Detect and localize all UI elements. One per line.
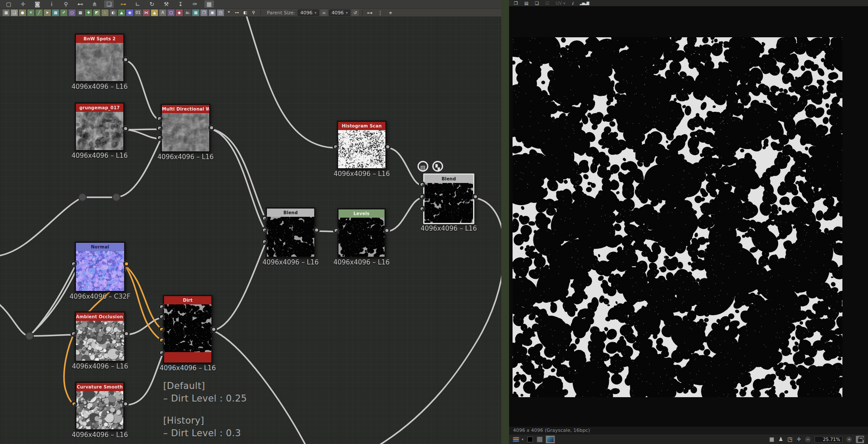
transform-node[interactable]: ▢	[168, 10, 174, 16]
pin-anchor-button[interactable]: ⌖	[387, 9, 394, 16]
input-port[interactable]	[159, 304, 164, 310]
input-port[interactable]	[71, 401, 77, 407]
pixel-processor-node[interactable]: ◉	[126, 10, 133, 16]
frame-button[interactable]: ⊶	[233, 10, 240, 16]
graph-canvas[interactable]: BnW Spots 24096x4096 – L16grungemap_0174…	[0, 0, 509, 444]
image-preview-button[interactable]	[546, 436, 554, 443]
node-bnw-spots-2[interactable]: BnW Spots 24096x4096 – L16	[75, 33, 125, 82]
layers-view-button[interactable]: ❏	[104, 0, 114, 8]
uniform-color-node[interactable]: ◆	[176, 10, 183, 16]
warp-node[interactable]: a₁	[184, 10, 191, 16]
export-button[interactable]: ↧	[176, 0, 185, 8]
color-sample-button[interactable]: ⚲	[250, 10, 257, 16]
output-port[interactable]	[123, 126, 128, 131]
tools-button[interactable]: ⚒	[161, 0, 171, 8]
node-multi-directional-warp[interactable]: Multi Directional Warp4096x4096 – L16	[161, 104, 210, 153]
doc-badge-icon[interactable]: ▤	[418, 161, 428, 172]
directional-warp-node[interactable]: ▩	[52, 10, 59, 16]
lock-zoom-button[interactable]	[856, 436, 864, 443]
elbow-link-button[interactable]: ∟	[133, 0, 142, 8]
paint-tool[interactable]: ✑	[190, 0, 200, 8]
parent-size-height-select[interactable]: 4096▾	[329, 10, 350, 16]
input-port[interactable]	[262, 227, 267, 233]
zoom-in-button[interactable]: +	[846, 437, 852, 442]
marquee-select-tool[interactable]: ▢	[4, 0, 13, 8]
graph-hierarchy-tool[interactable]: ⋔	[90, 0, 99, 8]
directional-blur-node[interactable]: ➤	[44, 10, 51, 16]
output-port[interactable]	[209, 125, 214, 131]
input-port[interactable]	[157, 125, 162, 131]
output-port[interactable]	[385, 144, 391, 150]
output-port[interactable]	[384, 228, 390, 233]
output-port[interactable]	[314, 227, 319, 233]
channels-layers-icon[interactable]	[513, 437, 520, 442]
input-port[interactable]	[333, 228, 339, 233]
input-port[interactable]	[159, 337, 164, 343]
safe-transform-node[interactable]: ▣	[209, 10, 216, 16]
input-port[interactable]	[159, 326, 164, 332]
duplicate-view-button[interactable]: ❏	[535, 0, 539, 7]
input-port[interactable]	[159, 314, 164, 320]
histogram-button[interactable]: ▂▅▃▇	[580, 0, 589, 7]
value-processor-node[interactable]: ▲	[151, 10, 158, 16]
pin-comment-button[interactable]: ◧	[242, 10, 249, 16]
svg-node[interactable]: ⋈	[143, 10, 150, 16]
crop-node[interactable]: ❐	[201, 10, 207, 16]
checker-badge-icon[interactable]: ▚	[432, 161, 443, 172]
info-dropdown[interactable]: i	[47, 0, 56, 8]
distance-node[interactable]: ✐	[60, 10, 67, 16]
mannequin-toggle[interactable]: ♟	[779, 436, 783, 442]
reset-size-button[interactable]: ↺	[352, 10, 359, 16]
transform-grid-button[interactable]: ▦	[204, 0, 214, 8]
grid-toggle[interactable]: ▦	[769, 436, 774, 442]
checker-toggle[interactable]: ☑	[545, 0, 549, 7]
node-curvature-smooth[interactable]: Curvature Smooth4096x4096 – L16	[75, 382, 125, 431]
pan-mode-button[interactable]: ✛	[797, 436, 801, 442]
background-black-swatch[interactable]	[527, 437, 533, 442]
parent-size-width-select[interactable]: 4096▾	[298, 10, 319, 16]
input-port[interactable]	[71, 331, 76, 336]
input-port[interactable]	[157, 135, 162, 140]
input-port[interactable]	[157, 116, 162, 121]
text-node[interactable]: A	[159, 10, 166, 16]
output-port[interactable]	[124, 331, 129, 336]
background-gray-swatch[interactable]	[537, 437, 542, 442]
search-tool[interactable]: ⚲	[61, 0, 71, 8]
dot-node[interactable]	[79, 193, 86, 201]
dot-node[interactable]	[112, 193, 120, 201]
uv-mode-dropdown[interactable]: UV ▾	[556, 0, 565, 7]
fxmap-node[interactable]: ▦	[77, 10, 84, 16]
curve-node[interactable]: ╱	[36, 10, 43, 16]
channel-shuffle-node[interactable]: ✕	[27, 10, 34, 16]
pair-connect-button[interactable]: ⊶	[366, 9, 373, 16]
save-view-button[interactable]: ▤	[524, 0, 528, 7]
gradient-node[interactable]: ✚	[85, 10, 92, 16]
comment-button[interactable]: ❝	[225, 10, 232, 16]
hsl-node[interactable]: ∴	[102, 10, 108, 16]
2d-view-area[interactable]	[509, 7, 868, 427]
input-port[interactable]	[262, 215, 267, 221]
input-port[interactable]	[71, 261, 76, 267]
input-port[interactable]	[333, 144, 339, 150]
levels-node[interactable]: ◐	[110, 10, 117, 16]
node-ambient-occlusion[interactable]: Ambient Occlusion (HB…4096x4096 – L16	[75, 311, 125, 362]
dot-node[interactable]	[26, 332, 33, 340]
node-blend-2[interactable]: Blend4096x4096 – L16▤▚	[423, 173, 474, 224]
sharpen-node[interactable]: 01	[135, 10, 141, 16]
input-port[interactable]	[419, 194, 425, 199]
screenshot-tool[interactable]: ◙	[33, 0, 42, 8]
node-blend-1[interactable]: Blend4096x4096 – L16	[266, 207, 316, 258]
zoom-out-button[interactable]: −	[805, 437, 811, 442]
copy-view-button[interactable]: ❐	[514, 0, 518, 7]
link-sizes-button[interactable]: ∞	[320, 10, 328, 16]
output-port[interactable]	[124, 261, 129, 267]
input-port[interactable]	[419, 206, 425, 212]
output-port[interactable]	[123, 57, 128, 62]
normal-node[interactable]: ▲	[118, 10, 125, 16]
blend-node[interactable]: ❏	[11, 10, 18, 16]
node-normal[interactable]: Normal4096x4096 – C32F	[75, 242, 125, 292]
options-dots-button[interactable]: ⋮	[377, 9, 384, 16]
input-port[interactable]	[419, 182, 425, 187]
bitmap-node[interactable]: ▦	[3, 10, 10, 16]
link-color-button[interactable]: ⊶	[118, 0, 128, 8]
